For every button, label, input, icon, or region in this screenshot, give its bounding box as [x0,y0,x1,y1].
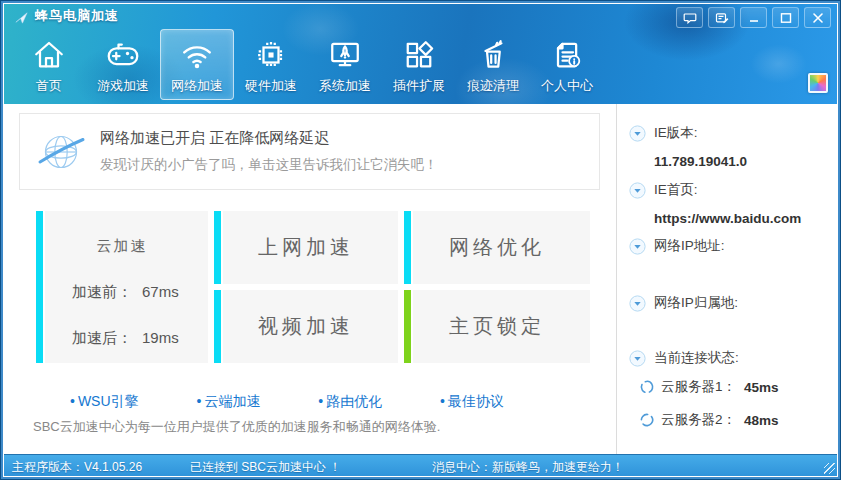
server-latency: 48ms [744,413,779,428]
latency-before-label: 加速前： [72,283,132,300]
card-accent-bar [404,290,413,363]
sidebar-item-ie-homepage: IE首页: [629,181,698,199]
minimize-icon [747,12,761,24]
nav-item-trace-clean[interactable]: 痕迹清理 [456,29,530,100]
sidebar-item-label: IE版本: [654,124,698,142]
nav-item-home[interactable]: 首页 [12,29,86,100]
card-accent-bar [404,211,413,284]
latency-after: 加速后：19ms [36,329,208,348]
feedback-button[interactable] [676,7,703,28]
cpu-chip-icon [252,35,290,75]
link-best-protocol[interactable]: •最佳协议 [440,393,504,411]
nav-item-network-accel[interactable]: 网络加速 [160,29,234,100]
sidebar-item-connection-status: 当前连接状态: [629,349,739,367]
nav-item-hardware-accel[interactable]: 硬件加速 [234,29,308,100]
program-version: 主程序版本：V4.1.05.26 [12,459,142,476]
latency-before-value: 67ms [142,283,179,300]
sidebar-item-label: IE首页: [654,181,698,199]
nav-item-game-accel[interactable]: 游戏加速 [86,29,160,100]
nav-item-plugin-extend[interactable]: 插件扩展 [382,29,456,100]
app-logo-icon [14,10,29,25]
cloud-server-2-row: 云服务器2： 48ms [639,411,779,429]
titlebar[interactable]: 蜂鸟电脑加速 [4,4,837,28]
latency-after-value: 19ms [142,329,179,346]
homepage-lock-card[interactable]: 主页锁定 [404,290,590,363]
app-window: 蜂鸟电脑加速 [0,0,841,480]
spinner-icon [639,412,655,428]
dropdown-circle-icon[interactable] [629,238,646,255]
card-label: 主页锁定 [449,313,545,340]
nav-toolbar: 首页 游戏加速 网络加速 硬件加速 [12,29,604,103]
resize-grip[interactable] [824,463,835,474]
nav-item-label: 游戏加速 [97,77,149,95]
document-info-icon [548,35,586,75]
home-icon [30,35,68,75]
latency-after-label: 加速后： [72,329,132,346]
card-label: 视频加速 [258,313,354,340]
wifi-icon [178,35,216,75]
nav-item-label: 插件扩展 [393,77,445,95]
bullet: • [318,393,323,409]
message-center: 消息中心：新版蜂鸟，加速更给力！ [432,459,624,476]
card-label: 网络优化 [449,234,545,261]
theme-color-palette-icon[interactable] [808,73,828,93]
app-title: 蜂鸟电脑加速 [35,7,119,25]
spinner-icon [639,379,655,395]
nav-item-personal-center[interactable]: 个人中心 [530,29,604,100]
card-title: 云加速 [36,211,208,256]
close-icon [811,12,825,24]
maximize-button[interactable] [772,7,799,28]
skin-button[interactable] [708,7,735,28]
bullet: • [440,393,445,409]
header: 蜂鸟电脑加速 [4,4,837,106]
card-accent-bar [214,211,223,284]
nav-item-label: 个人中心 [541,77,593,95]
sidebar-item-ie-version: IE版本: [629,124,698,142]
link-wsu-engine[interactable]: •WSU引擎 [70,393,139,411]
nav-item-system-accel[interactable]: 系统加速 [308,29,382,100]
main-panel: 网络加速已开启 正在降低网络延迟 发现讨厌的小广告了吗，单击这里告诉我们让它消失… [4,104,618,455]
dropdown-circle-icon[interactable] [629,125,646,142]
network-status-title: 网络加速已开启 正在降低网络延迟 [100,129,438,148]
maximize-icon [779,12,793,24]
ie-homepage-value: https://www.baidu.com [654,211,801,226]
monitor-rocket-icon [326,35,364,75]
nav-item-label: 网络加速 [171,77,223,95]
link-cloud-accel[interactable]: •云端加速 [196,393,260,411]
sidebar-item-label: 网络IP归属地: [654,294,738,312]
latency-before: 加速前：67ms [36,283,208,302]
bullet: • [196,393,201,409]
card-accent-bar [36,211,45,363]
server-label: 云服务器1： [661,378,736,396]
cloud-accel-card[interactable]: 云加速 加速前：67ms 加速后：19ms [36,211,208,363]
link-route-optimize[interactable]: •路由优化 [318,393,382,411]
gamepad-icon [104,35,142,75]
connection-status: 已连接到 SBC云加速中心 ！ [190,459,341,476]
dropdown-circle-icon[interactable] [629,182,646,199]
content-area: 网络加速已开启 正在降低网络延迟 发现讨厌的小广告了吗，单击这里告诉我们让它消失… [4,104,837,455]
dropdown-circle-icon[interactable] [629,295,646,312]
ad-report-link[interactable]: 发现讨厌的小广告了吗，单击这里告诉我们让它消失吧！ [100,156,438,174]
web-accel-card[interactable]: 上网加速 [214,211,398,284]
feature-cards: 云加速 加速前：67ms 加速后：19ms 上网加速 网络优化 [36,211,590,363]
status-message-panel[interactable]: 网络加速已开启 正在降低网络延迟 发现讨厌的小广告了吗，单击这里告诉我们让它消失… [19,113,600,190]
dropdown-circle-icon[interactable] [629,350,646,367]
nav-item-label: 首页 [36,77,62,95]
minimize-button[interactable] [740,7,767,28]
trash-icon [474,35,512,75]
ie-version-value: 11.789.19041.0 [654,154,747,169]
cloud-server-1-row: 云服务器1： 45ms [639,378,779,396]
bullet: • [70,393,75,409]
globe-icon [36,127,86,177]
sidebar-item-ip-location: 网络IP归属地: [629,294,738,312]
feedback-bubble-icon [683,12,697,24]
video-accel-card[interactable]: 视频加速 [214,290,398,363]
close-button[interactable] [804,7,831,28]
card-label: 上网加速 [258,234,354,261]
skin-change-icon [715,12,729,24]
sidebar-item-label: 当前连接状态: [654,349,739,367]
server-latency: 45ms [744,380,779,395]
network-optimize-card[interactable]: 网络优化 [404,211,590,284]
service-description: SBC云加速中心为每一位用户提供了优质的加速服务和畅通的网络体验. [33,418,440,436]
nav-item-label: 系统加速 [319,77,371,95]
